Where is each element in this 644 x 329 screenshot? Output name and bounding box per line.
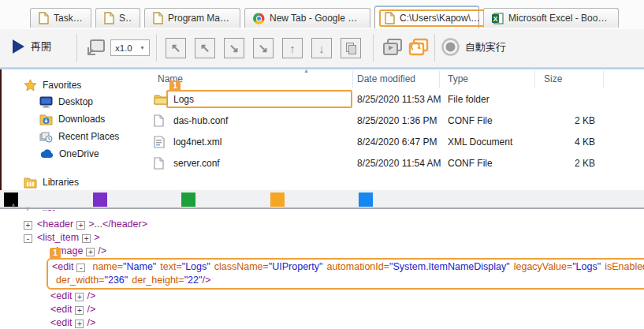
file-name: Logs [173,94,194,105]
splitter-expand-icon[interactable]: ∨ [25,205,30,212]
tree-token-tag: <edit [50,304,72,315]
screens-button[interactable] [381,37,404,58]
zoom-select[interactable]: x1.0 ▼ [110,39,150,56]
edit-node-line-2: der_width="236"der_height="22"/> [52,274,644,287]
tab-start[interactable]: Start [95,8,140,28]
tree-node[interactable]: <edit+/> [0,290,644,303]
toggle-collapse-icon[interactable]: - [76,264,85,272]
tree-lines: +<header+>...</header>-<list_item+><imag… [0,218,644,329]
tree-token-attr: der_width= [56,275,105,286]
step-into-down-right-button[interactable]: ↘ [224,38,244,58]
tree-token-attr: automationId= [326,261,389,272]
tab-label: Program Manager [168,13,232,24]
jump-up-left-icon: ↖ [200,41,210,55]
toggle-expand-icon[interactable]: + [75,306,84,315]
resume-label: 再開 [31,39,51,54]
sidebar-item-onedrive[interactable]: OneDrive [39,146,99,162]
tree-token-tag: <edit [52,261,73,272]
tree-token-tag: </header> [102,219,147,230]
toggle-expand-icon[interactable]: + [76,221,85,230]
file-row-log4net-xml[interactable]: log4net.xml8/24/2020 6:47 PMXML Document… [146,132,644,153]
toolbar-divider [373,34,374,62]
toolbar-divider [434,34,435,62]
color-swatch-2[interactable] [93,193,107,207]
sort-ascending-icon[interactable]: ▲ [303,68,309,73]
file-size: 4 KB [516,136,595,148]
color-swatch-4[interactable] [270,193,285,207]
auto-run-button[interactable]: 自動実行 [441,38,506,56]
splitter-collapse-icon[interactable]: ∧ [11,202,16,209]
tree-node[interactable]: <image+/> [0,245,644,258]
color-swatch-3[interactable] [181,193,195,207]
xml-icon [154,136,165,148]
move-down-icon: ↓ [318,42,325,55]
color-swatch-5[interactable] [359,193,373,207]
tree-token-val: "236" [105,275,128,286]
toggle-expand-icon[interactable]: + [86,248,95,256]
copy-document-button[interactable] [341,38,361,58]
node-toggle-collapse-icon[interactable]: - [24,234,32,243]
step-out-up-left-button[interactable]: ↖ [166,38,186,58]
tree-token-tag: /> [87,317,95,328]
caret-down-icon: ▼ [140,45,145,50]
sidebar-item-downloads[interactable]: Downloads [39,111,105,127]
sidebar-item-label: Recent Places [58,131,119,142]
tab-program-manager[interactable]: Program Manager [144,8,240,28]
tab-c-users-kapow-a[interactable]: C:\Users\Kapow\A... [374,6,479,28]
jump-down-right-button[interactable]: ↘ [253,38,274,58]
toolbar-divider [156,34,157,62]
resume-button[interactable]: 再開 [13,39,51,54]
file-row-das-hub-conf[interactable]: das-hub.conf8/25/2020 1:36 PMCONF File2 … [146,110,644,132]
tree-token-attr: className= [214,261,269,272]
jump-up-left-button[interactable]: ↖ [195,38,215,58]
tree-node[interactable]: -<list_item+> [0,231,644,245]
tree-token-tag: > [88,219,94,230]
selection-badge: 1 [50,248,61,259]
column-separator[interactable] [534,71,535,88]
tree-node[interactable]: <edit+/> [0,303,644,316]
tree-token-tag: <header [37,219,73,230]
tab-label: Taskbar [54,13,83,24]
tree-node[interactable]: +<header+>...</header> [0,218,644,231]
desktop-icon [39,96,53,108]
sidebar-item-label: Desktop [58,96,93,107]
column-separator[interactable] [439,71,440,88]
file-type: CONF File [448,158,493,169]
screens-icon [381,37,404,58]
document-icon [153,12,163,24]
toggle-expand-icon[interactable]: + [75,293,84,301]
panel-divider[interactable] [0,207,644,209]
column-separator[interactable] [603,71,604,88]
file-row-logs[interactable]: 1Logs8/25/2020 11:53 AMFile folder [146,89,644,110]
toggle-expand-icon[interactable]: + [82,234,91,243]
sidebar-item-label: Downloads [58,114,105,125]
selected-edit-node[interactable]: 1<edit-name="Name"text="Logs"className="… [47,258,644,290]
selected-tab-highlight: C:\Users\Kapow\A... [379,9,486,27]
refresh-screens-button[interactable] [407,37,430,58]
sidebar-item-recent-places[interactable]: Recent Places [39,129,119,144]
column-separator[interactable] [352,71,353,88]
column-header-size[interactable]: Size [544,73,562,84]
tab-taskbar[interactable]: Taskbar [30,8,91,28]
refresh-capture-button[interactable] [85,37,107,58]
column-header-type[interactable]: Type [448,73,468,84]
captured-apps-tab-bar: TaskbarStartProgram ManagerNew Tab - Goo… [0,0,644,29]
step-out-up-left-icon: ↖ [171,41,181,55]
tab-microsoft-excel-book1-xlsx[interactable]: XMicrosoft Excel - Book1.xlsx [483,8,619,28]
tree-token-val: "System.ItemNameDisplay" [389,261,510,272]
move-down-button[interactable]: ↓ [311,38,332,58]
column-header-date-modified[interactable]: Date modified [357,73,415,84]
sidebar-item-favorites[interactable]: Favorites [24,77,81,93]
capture-screen-icon [85,37,107,58]
tab-new-tab-google-chrome[interactable]: New Tab - Google Chrome [244,8,370,28]
file-list: ▲ NameDate modifiedTypeSize1Logs8/25/202… [146,69,644,190]
sidebar-item-desktop[interactable]: Desktop [39,94,93,110]
move-up-icon: ↑ [289,42,296,55]
dom-tree-panel: <list +<header+>...</header>-<list_item+… [0,210,644,329]
sidebar-item-libraries[interactable]: Libraries [24,174,79,190]
file-row-server-conf[interactable]: server.conf8/25/2020 11:54 AMCONF File2 … [146,153,644,174]
tree-token-attr: name= [92,261,123,272]
move-up-button[interactable]: ↑ [282,38,303,58]
node-toggle-expand-icon[interactable]: + [24,221,32,230]
tree-token-tag: > [94,232,99,243]
